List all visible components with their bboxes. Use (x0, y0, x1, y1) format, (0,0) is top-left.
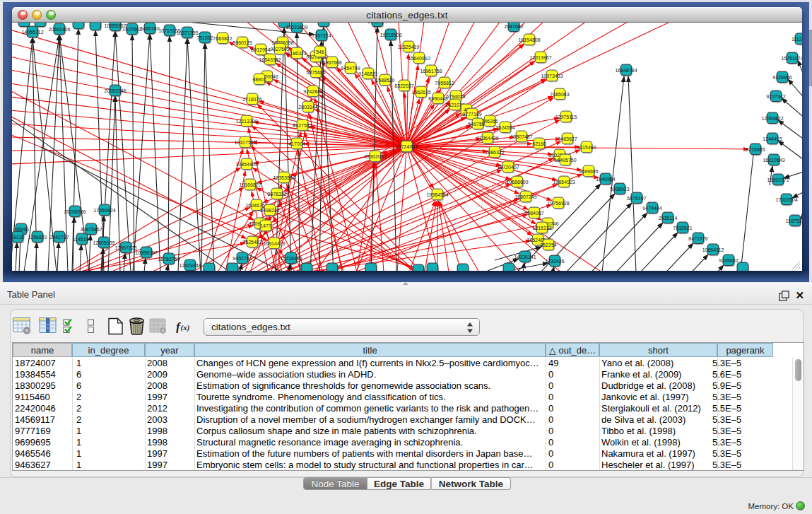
svg-text:10854905: 10854905 (235, 162, 257, 167)
svg-text:1640954: 1640954 (596, 177, 615, 182)
svg-text:10688609: 10688609 (506, 180, 528, 185)
svg-text:10107552: 10107552 (234, 140, 256, 145)
svg-text:16961758: 16961758 (420, 69, 442, 74)
svg-text:1145194: 1145194 (73, 237, 92, 242)
svg-text:23302033: 23302033 (364, 154, 386, 159)
svg-text:6466160: 6466160 (140, 26, 159, 31)
svg-text:9245652: 9245652 (719, 258, 738, 263)
svg-text:1815132: 1815132 (532, 226, 551, 230)
svg-text:1562615: 1562615 (411, 90, 430, 95)
svg-text:12923448: 12923448 (179, 263, 201, 268)
svg-text:(x): (x) (181, 323, 190, 332)
svg-text:8878332: 8878332 (267, 192, 286, 197)
svg-text:16914479: 16914479 (263, 241, 285, 246)
svg-text:2718176: 2718176 (242, 97, 261, 102)
svg-text:16210643: 16210643 (763, 158, 784, 163)
svg-text:1733426: 1733426 (545, 259, 564, 264)
svg-text:20053346: 20053346 (104, 88, 126, 93)
svg-text:16495750: 16495750 (554, 158, 576, 163)
svg-text:12213967: 12213967 (529, 55, 551, 60)
svg-text:7632621: 7632621 (673, 226, 692, 230)
svg-text:12975115: 12975115 (555, 115, 577, 119)
svg-text:12093822: 12093822 (761, 116, 783, 121)
svg-text:9474444: 9474444 (642, 206, 661, 211)
svg-text:15716485: 15716485 (280, 256, 302, 261)
svg-text:8454749: 8454749 (341, 66, 360, 71)
svg-text:9115460: 9115460 (577, 145, 596, 150)
svg-text:19384554: 19384554 (426, 192, 448, 197)
svg-text:5875685: 5875685 (306, 70, 325, 75)
svg-text:14055712: 14055712 (21, 30, 43, 35)
svg-text:1477: 1477 (260, 223, 271, 228)
svg-text:8813054: 8813054 (367, 23, 387, 24)
svg-text:2087682: 2087682 (504, 24, 523, 29)
svg-text:751552: 751552 (196, 35, 213, 40)
svg-text:1167533: 1167533 (786, 218, 802, 223)
svg-text:20206536: 20206536 (64, 209, 86, 214)
svg-text:12353594: 12353594 (273, 175, 295, 180)
svg-text:2942737: 2942737 (49, 235, 69, 240)
svg-text:5498222: 5498222 (260, 208, 279, 213)
svg-text:9329966: 9329966 (772, 75, 792, 80)
svg-text:8186323: 8186323 (287, 51, 306, 56)
svg-text:39975867: 39975867 (80, 227, 102, 232)
svg-text:7357224: 7357224 (312, 33, 331, 38)
svg-text:1588520: 1588520 (375, 78, 394, 83)
svg-text:10973493: 10973493 (541, 74, 563, 78)
svg-text:16543382: 16543382 (259, 57, 281, 62)
svg-text:1112634: 1112634 (792, 37, 802, 42)
svg-text:21364436: 21364436 (476, 136, 498, 141)
svg-text:15751074: 15751074 (781, 56, 802, 61)
svg-text:8960125: 8960125 (233, 40, 252, 45)
svg-text:2967608: 2967608 (322, 60, 341, 65)
svg-text:9084067: 9084067 (524, 211, 543, 216)
svg-text:39139: 39139 (12, 235, 25, 240)
svg-text:19166827: 19166827 (239, 182, 261, 187)
svg-text:5938923: 5938923 (610, 187, 629, 192)
svg-text:6879197: 6879197 (627, 196, 646, 201)
svg-text:9227342: 9227342 (766, 94, 785, 99)
svg-text:16033809: 16033809 (286, 25, 307, 30)
svg-text:7485063: 7485063 (550, 92, 569, 97)
svg-text:15720407: 15720407 (497, 165, 519, 170)
svg-text:62160: 62160 (532, 141, 546, 146)
svg-text:19756928: 19756928 (547, 201, 569, 206)
svg-text:9699695: 9699695 (579, 169, 598, 174)
svg-text:12213309: 12213309 (235, 119, 257, 124)
svg-text:9463627: 9463627 (558, 136, 577, 141)
svg-text:8912954: 8912954 (251, 47, 270, 52)
svg-text:9242848: 9242848 (303, 89, 322, 94)
svg-text:746266: 746266 (481, 119, 498, 124)
svg-text:16154808: 16154808 (518, 37, 540, 42)
svg-text:17359924: 17359924 (93, 208, 115, 213)
svg-text:2803144: 2803144 (298, 105, 317, 110)
svg-text:8215955: 8215955 (746, 147, 765, 152)
svg-text:8322037: 8322037 (394, 83, 413, 88)
svg-text:15692971: 15692971 (767, 177, 789, 182)
svg-text:2935114: 2935114 (659, 216, 678, 221)
svg-text:8471676: 8471676 (688, 236, 707, 241)
svg-text:16648784: 16648784 (615, 68, 637, 73)
svg-text:17957223: 17957223 (114, 245, 136, 250)
svg-text:335061: 335061 (13, 227, 29, 232)
svg-text:98901: 98901 (252, 77, 266, 82)
svg-text:16782759: 16782759 (158, 257, 180, 262)
svg-text:7955812: 7955812 (435, 81, 454, 86)
svg-text:7663822: 7663822 (213, 36, 232, 41)
svg-text:1156829: 1156829 (28, 235, 47, 240)
svg-text:1527602: 1527602 (122, 27, 141, 32)
svg-text:10958107: 10958107 (135, 250, 157, 255)
svg-text:9146821: 9146821 (358, 71, 377, 76)
svg-text:252254: 252254 (540, 243, 556, 247)
svg-text:417004: 417004 (288, 141, 305, 146)
svg-text:19218506: 19218506 (379, 33, 401, 37)
svg-text:20691406: 20691406 (48, 27, 70, 32)
svg-text:10654112: 10654112 (702, 247, 724, 252)
svg-text:9777169: 9777169 (462, 112, 481, 117)
svg-text:19654923: 19654923 (553, 180, 575, 185)
svg-text:7986322: 7986322 (485, 150, 504, 155)
svg-text:9457791: 9457791 (233, 256, 252, 261)
svg-text:15640910: 15640910 (408, 56, 430, 61)
svg-text:546: 546 (316, 49, 324, 54)
svg-text:14136141: 14136141 (514, 255, 536, 259)
